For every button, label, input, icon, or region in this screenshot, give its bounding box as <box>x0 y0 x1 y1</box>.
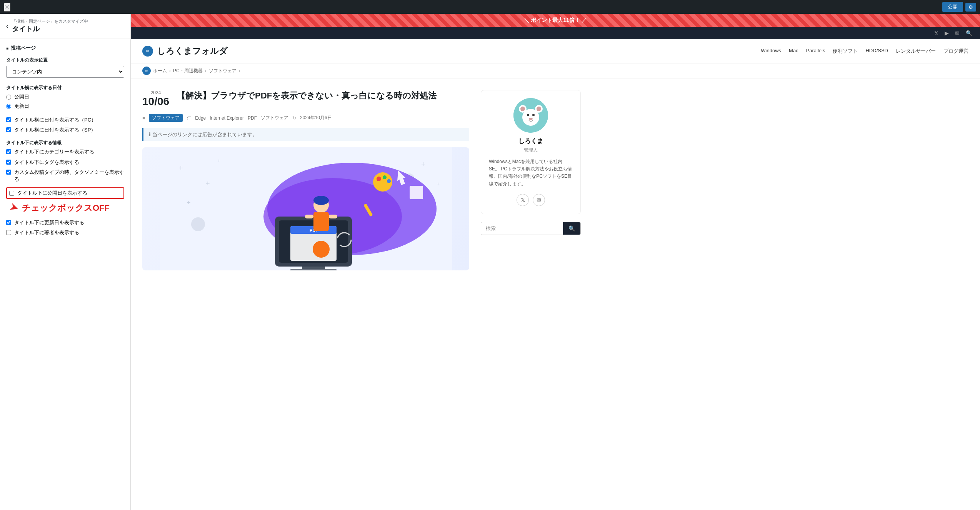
svg-rect-29 <box>410 186 423 199</box>
svg-point-5 <box>191 217 205 231</box>
display-position-group: タイトルの表示位置 コンテンツ内 <box>6 57 124 78</box>
rss-icon[interactable]: ▶ <box>945 30 949 36</box>
checkbox-update-date-input[interactable] <box>6 220 11 225</box>
author-mail-icon[interactable]: ✉ <box>533 194 545 206</box>
breadcrumb-home[interactable]: ホーム <box>153 68 167 74</box>
site-nav: Windows Mac Parallels 便利ソフト HDD/SSD レンタル… <box>761 48 968 55</box>
nav-mac[interactable]: Mac <box>789 48 798 55</box>
checkbox-publish-date-input[interactable] <box>9 191 14 196</box>
article-wrapper: 2024 10/06 【解決】ブラウザでPDFを表示できない・真っ白になる時の対… <box>131 78 592 282</box>
checkbox-update-date-label: タイトル下に更新日を表示する <box>14 219 84 226</box>
update-icon: ↻ <box>292 115 296 121</box>
close-button[interactable]: ✕ <box>4 3 10 12</box>
avatar-svg <box>513 98 548 133</box>
article-notice: ℹ 当ページのリンクには広告が含まれています。 <box>142 128 469 141</box>
checkbox-taxonomy-label: カスタム投稿タイプの時、タクソノミーを表示する <box>14 169 124 183</box>
notice-text: 当ページのリンクには広告が含まれています。 <box>152 132 257 137</box>
nav-parallels[interactable]: Parallels <box>806 48 825 55</box>
checkbox-sp-input[interactable] <box>6 127 11 132</box>
sidebar-breadcrumb: 「投稿・固定ページ」をカスタマイズ中 <box>12 18 88 24</box>
category-icon: ■ <box>142 115 145 121</box>
svg-rect-22 <box>305 215 313 218</box>
radio-updated-input[interactable] <box>6 104 11 109</box>
checkbox-author: タイトル下に著者を表示する <box>6 229 124 236</box>
checkbox-taxonomy-input[interactable] <box>6 170 11 175</box>
article-meta: ■ ソフトウェア 🏷 Edge Internet Explorer PDF ソフ… <box>142 114 469 122</box>
tag-ie[interactable]: Internet Explorer <box>210 115 244 121</box>
title-date-checkbox-group: タイトル横に日付を表示する（PC） タイトル横に日付を表示する（SP） <box>6 117 124 133</box>
nav-rental[interactable]: レンタルサーバー <box>896 48 936 55</box>
tag-pdf[interactable]: PDF <box>248 115 257 121</box>
arrow-icon: ➤ <box>8 200 21 215</box>
checkbox-category: タイトル下にカテゴリーを表示する <box>6 148 124 155</box>
below-title-checkboxes: タイトル下にカテゴリーを表示する タイトル下にタグを表示する カスタム投稿タイプ… <box>6 148 124 236</box>
article-date-year: 2024 <box>142 90 169 95</box>
author-twitter-icon[interactable]: 𝕏 <box>517 194 529 206</box>
display-position-select[interactable]: コンテンツ内 <box>6 66 124 78</box>
breadcrumb-pc[interactable]: PC・周辺機器 <box>173 68 203 74</box>
svg-point-25 <box>377 177 381 181</box>
checkbox-author-label: タイトル下に著者を表示する <box>14 229 79 236</box>
author-bio: WindowsとMacを兼用している社内SE。 PCトラブル解決方法やお役立ち情… <box>489 158 573 188</box>
tag-edge[interactable]: Edge <box>195 115 206 121</box>
publish-button[interactable]: 公開 <box>942 2 963 12</box>
radio-publish-input[interactable] <box>6 95 11 100</box>
svg-rect-14 <box>290 269 337 270</box>
checkbox-pc-input[interactable] <box>6 117 11 122</box>
svg-point-36 <box>520 107 525 111</box>
svg-text:+: + <box>217 158 220 164</box>
author-avatar <box>513 98 548 133</box>
checkbox-tag: タイトル下にタグを表示する <box>6 159 124 166</box>
author-name: しろくま <box>489 137 573 145</box>
checkbox-pc-label: タイトル横に日付を表示する（PC） <box>14 117 96 123</box>
checkbox-category-input[interactable] <box>6 149 11 154</box>
tag-icon: 🏷 <box>187 115 191 121</box>
breadcrumb-edit-icon[interactable]: ✏ <box>142 67 151 75</box>
checkbox-tag-input[interactable] <box>6 160 11 165</box>
site-header: ✏ しろくまフォルダ Windows Mac Parallels 便利ソフト H… <box>131 39 980 63</box>
checkbox-publish-date-label: タイトル下に公開日を表示する <box>17 190 87 197</box>
date-label: タイトル横に表示する日付 <box>6 85 124 91</box>
logo-edit-icon[interactable]: ✏ <box>142 46 153 57</box>
search-button[interactable]: 🔍 <box>563 222 580 235</box>
checkbox-sp: タイトル横に日付を表示する（SP） <box>6 127 124 133</box>
mail-icon[interactable]: ✉ <box>955 30 960 36</box>
svg-point-38 <box>527 114 529 116</box>
breadcrumb-sep-1: › <box>169 68 171 73</box>
checkbox-taxonomy: カスタム投稿タイプの時、タクソノミーを表示する <box>6 169 124 183</box>
back-button[interactable]: ‹ <box>6 23 8 30</box>
nav-hdd[interactable]: HDD/SSD <box>865 48 888 55</box>
top-banner: ＼ ポイント最大11倍！ ／ <box>131 14 980 27</box>
radio-publish: 公開日 <box>6 93 124 100</box>
svg-point-40 <box>529 118 533 120</box>
nav-blog[interactable]: ブログ運営 <box>943 48 968 55</box>
category-tag[interactable]: ソフトウェア <box>149 114 183 122</box>
display-position-label: タイトルの表示位置 <box>6 57 124 63</box>
radio-updated: 更新日 <box>6 103 124 110</box>
customizer-sidebar: ‹ 「投稿・固定ページ」をカスタマイズ中 タイトル 投稿ページ タイトルの表示位… <box>0 14 131 510</box>
main-layout: ‹ 「投稿・固定ページ」をカスタマイズ中 タイトル 投稿ページ タイトルの表示位… <box>0 14 980 510</box>
author-card: しろくま 管理人 WindowsとMacを兼用している社内SE。 PCトラブル解… <box>481 90 581 214</box>
nav-windows[interactable]: Windows <box>761 48 781 55</box>
svg-text:+: + <box>179 164 183 172</box>
breadcrumb: ✏ ホーム › PC・周辺機器 › ソフトウェア › <box>131 63 980 78</box>
twitter-icon[interactable]: 𝕏 <box>934 30 938 36</box>
article-main: 2024 10/06 【解決】ブラウザでPDFを表示できない・真っ白になる時の対… <box>142 90 469 270</box>
search-input[interactable] <box>481 222 563 235</box>
author-social: 𝕏 ✉ <box>489 194 573 206</box>
section-label: 投稿ページ <box>6 45 124 52</box>
admin-bar: ✕ 公開 ⚙ <box>0 0 980 14</box>
search-icon[interactable]: 🔍 <box>966 30 972 36</box>
search-box: 🔍 <box>481 222 581 235</box>
checkbox-update-date: タイトル下に更新日を表示する <box>6 219 124 226</box>
sidebar-header: ‹ 「投稿・固定ページ」をカスタマイズ中 タイトル <box>0 14 130 38</box>
checkbox-category-label: タイトル下にカテゴリーを表示する <box>14 148 94 155</box>
svg-text:+: + <box>187 199 191 207</box>
nav-benri[interactable]: 便利ソフト <box>833 48 858 55</box>
checkbox-author-input[interactable] <box>6 230 11 235</box>
radio-updated-label: 更新日 <box>14 103 29 110</box>
settings-button[interactable]: ⚙ <box>965 3 976 12</box>
breadcrumb-software[interactable]: ソフトウェア <box>209 68 237 74</box>
tag-software[interactable]: ソフトウェア <box>261 115 288 121</box>
notice-icon: ℹ <box>149 132 151 137</box>
